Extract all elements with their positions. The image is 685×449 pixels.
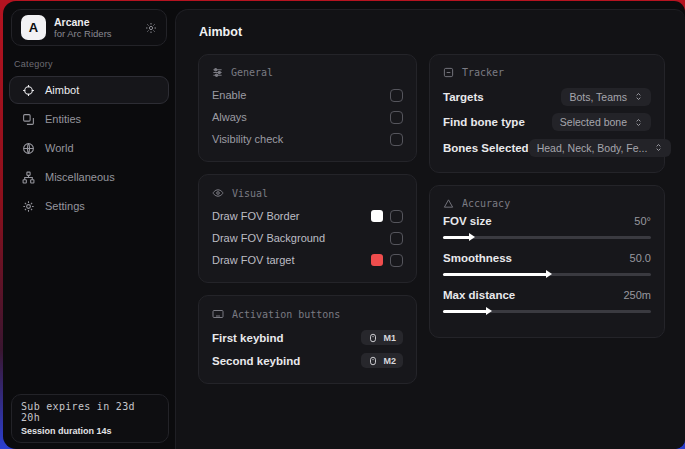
triangle-icon: [443, 198, 454, 209]
setting-row-enable: Enable: [212, 84, 403, 106]
sidebar-item-aimbot[interactable]: Aimbot: [9, 76, 169, 104]
visibility-check-checkbox[interactable]: [390, 133, 403, 146]
always-checkbox[interactable]: [390, 111, 403, 124]
enable-checkbox[interactable]: [390, 89, 403, 102]
activation-card-header: Activation buttons: [212, 308, 403, 320]
fov-background-checkbox[interactable]: [390, 232, 403, 245]
setting-label: Find bone type: [443, 116, 525, 128]
sidebar: A Arcane for Arc Riders Category: [3, 1, 175, 449]
setting-row-always: Always: [212, 106, 403, 128]
fov-border-checkbox[interactable]: [390, 210, 403, 223]
color-swatch-white[interactable]: [371, 210, 383, 222]
sidebar-item-label: Miscellaneous: [45, 171, 115, 183]
setting-label: Bones Selected: [443, 142, 529, 154]
fov-target-checkbox[interactable]: [390, 254, 403, 267]
select-value: Selected bone: [560, 116, 627, 128]
brand-title: Arcane: [54, 16, 112, 29]
setting-row-targets: Targets Bots, Teams: [443, 84, 651, 110]
globe-icon: [22, 142, 35, 155]
sidebar-item-world[interactable]: World: [9, 134, 169, 162]
slider-thumb[interactable]: [546, 270, 552, 278]
main-panel: Aimbot General Enable: [175, 9, 685, 449]
setting-label: Always: [212, 111, 247, 123]
keybind-value: M2: [383, 356, 396, 366]
cards-grid: General Enable Always Visibility check: [198, 54, 665, 384]
slider-thumb[interactable]: [469, 233, 475, 241]
visual-card: Visual Draw FOV Border Draw FOV Backgrou…: [198, 174, 417, 283]
first-keybind-button[interactable]: M1: [361, 330, 403, 345]
gear-icon: [22, 200, 35, 213]
sliders-icon: [212, 67, 223, 78]
setting-label: Draw FOV target: [212, 254, 295, 266]
setting-label: Second keybind: [212, 355, 300, 367]
setting-row-fov-background: Draw FOV Background: [212, 227, 403, 249]
slider-label: FOV size: [443, 215, 492, 227]
activation-card: Activation buttons First keybind M1: [198, 295, 417, 384]
entities-icon: [22, 113, 35, 126]
slider-head: FOV size 50°: [443, 215, 651, 227]
setting-label: First keybind: [212, 332, 284, 344]
setting-controls: [371, 210, 403, 223]
keyboard-icon: [212, 308, 224, 320]
setting-row-visibility-check: Visibility check: [212, 128, 403, 150]
accuracy-card-header: Accuracy: [443, 198, 651, 209]
fov-size-slider[interactable]: [443, 236, 651, 239]
sidebar-item-label: Aimbot: [45, 84, 79, 96]
settings-gear-icon[interactable]: [145, 22, 157, 34]
second-keybind-button[interactable]: M2: [361, 353, 403, 368]
find-bone-type-select[interactable]: Selected bone: [552, 113, 651, 131]
color-swatch-red[interactable]: [371, 254, 383, 266]
right-column: Tracker Targets Bots, Teams: [429, 54, 665, 338]
accuracy-card: Accuracy FOV size 50° Smoothness: [429, 185, 665, 338]
sub-expiry-text: Sub expires in 23d 20h: [21, 401, 159, 423]
bones-selected-select[interactable]: Head, Neck, Body, Fe...: [529, 139, 672, 157]
setting-controls: [371, 254, 403, 267]
card-header-label: Accuracy: [462, 198, 510, 209]
sidebar-item-miscellaneous[interactable]: Miscellaneous: [9, 163, 169, 191]
brand-header: A Arcane for Arc Riders: [11, 9, 167, 46]
targets-select[interactable]: Bots, Teams: [561, 88, 651, 106]
sidebar-item-label: Entities: [45, 113, 81, 125]
slider-fill: [443, 273, 547, 276]
setting-label: Enable: [212, 89, 246, 101]
slider-thumb[interactable]: [486, 307, 492, 315]
sidebar-item-label: Settings: [45, 200, 85, 212]
sidebar-item-settings[interactable]: Settings: [9, 192, 169, 220]
smoothness-slider[interactable]: [443, 273, 651, 276]
setting-row-second-keybind: Second keybind M2: [212, 349, 403, 372]
page-title: Aimbot: [199, 25, 665, 39]
general-card-header: General: [212, 67, 403, 78]
brand-logo: A: [21, 15, 46, 40]
category-label: Category: [14, 59, 164, 69]
slider-fill: [443, 310, 487, 313]
setting-row-fov-target: Draw FOV target: [212, 249, 403, 271]
max-distance-slider[interactable]: [443, 310, 651, 313]
session-duration-text: Session duration 14s: [21, 426, 159, 436]
sidebar-nav: Aimbot Entities World: [3, 76, 175, 221]
sitemap-icon: [22, 171, 35, 184]
app-window: A Arcane for Arc Riders Category: [3, 1, 685, 449]
card-header-label: Visual: [232, 188, 268, 199]
setting-row-bones-selected: Bones Selected Head, Neck, Body, Fe...: [443, 135, 651, 161]
general-card: General Enable Always Visibility check: [198, 54, 417, 162]
mouse-icon: [368, 356, 378, 366]
visual-card-header: Visual: [212, 187, 403, 199]
select-value: Bots, Teams: [569, 91, 627, 103]
slider-value: 50.0: [630, 252, 651, 264]
card-header-label: Activation buttons: [232, 309, 340, 320]
scan-box-icon: [443, 67, 454, 78]
setting-label: Visibility check: [212, 133, 283, 145]
crosshair-icon: [22, 84, 35, 97]
slider-value: 50°: [634, 215, 651, 227]
chevrons-up-down-icon: [634, 92, 643, 101]
mouse-icon: [368, 333, 378, 343]
sidebar-item-label: World: [45, 142, 74, 154]
tracker-card-header: Tracker: [443, 67, 651, 78]
slider-value: 250m: [623, 289, 651, 301]
slider-label: Smoothness: [443, 252, 512, 264]
chevrons-up-down-icon: [654, 143, 663, 152]
slider-label: Max distance: [443, 289, 515, 301]
sidebar-item-entities[interactable]: Entities: [9, 105, 169, 133]
slider-fill: [443, 236, 470, 239]
setting-row-first-keybind: First keybind M1: [212, 326, 403, 349]
